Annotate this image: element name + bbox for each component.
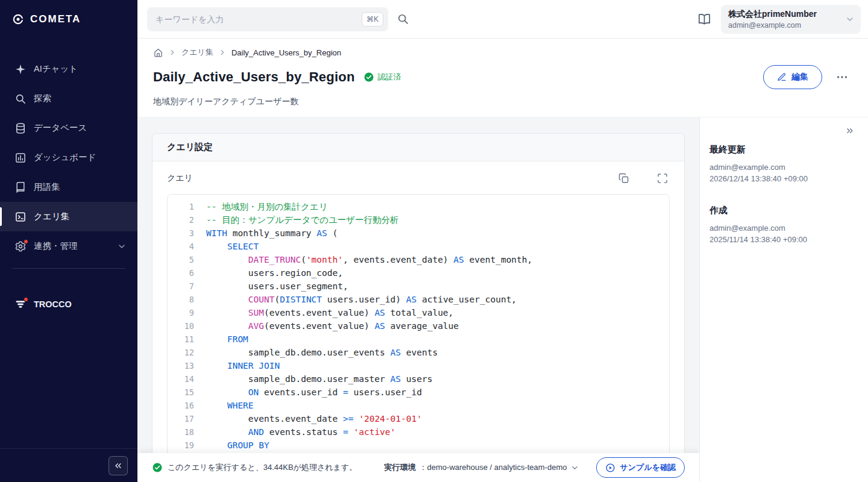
toolbar-icons [617, 171, 670, 186]
code-line: 10 AVG(events.event_value) AS average_va… [168, 319, 669, 333]
created-timestamp: 2025/11/14 13:38:40 +09:00 [709, 234, 856, 245]
edit-button[interactable]: 編集 [763, 65, 822, 89]
chevron-right-icon [218, 48, 227, 57]
code-line: 2-- 目的：サンプルデータでのユーザー行動分析 [168, 213, 669, 227]
chevrons-left-icon [113, 461, 123, 471]
created-label: 作成 [709, 205, 856, 216]
page-title: Daily_Active_Users_by_Region [153, 69, 355, 85]
account-selector[interactable]: 株式会社primeNumber admin@example.com [721, 5, 861, 34]
code-lines: 1-- 地域別・月別の集計クエリ2-- 目的：サンプルデータでのユーザー行動分析… [168, 200, 669, 452]
sidebar-item-queries[interactable]: クエリ集 [0, 202, 137, 231]
sidebar-nav: AIチャット 探索 データベース ダッシュボード [0, 39, 137, 319]
execution-environment-selector[interactable]: 実行環境 ：demo-warehouse / analytics-team-de… [385, 462, 580, 473]
more-options-icon[interactable] [833, 68, 851, 86]
sidebar-item-explore[interactable]: 探索 [0, 84, 137, 113]
check-sample-button[interactable]: サンプルを確認 [596, 457, 685, 478]
execution-footer-bar: このクエリを実行すると、34.44KBが処理されます。 実行環境 ：demo-w… [137, 453, 699, 482]
process-size-message: このクエリを実行すると、34.44KBが処理されます。 [152, 462, 357, 473]
search-icon [14, 93, 27, 105]
book-icon [14, 181, 27, 193]
code-line: 12 sample_db.demo.user_events AS events [168, 346, 669, 359]
panel-collapse-button[interactable] [845, 126, 855, 136]
sidebar-footer [0, 448, 137, 482]
sidebar-item-integrations[interactable]: 連携・管理 [0, 231, 137, 261]
chevron-down-icon [117, 242, 127, 251]
catalog-book-icon[interactable] [697, 12, 711, 26]
breadcrumb-current: Daily_Active_Users_by_Region [231, 48, 341, 57]
sidebar-item-label: AIチャット [34, 63, 78, 75]
sidebar-item-label: 探索 [34, 93, 51, 104]
account-org-name: 株式会社primeNumber [728, 9, 843, 20]
code-line: 5 DATE_TRUNC('month', events.event_date)… [168, 253, 669, 266]
page-subtitle: 地域別デイリーアクティブユーザー数 [153, 96, 851, 107]
topbar-right: 株式会社primeNumber admin@example.com [697, 5, 861, 34]
code-line: 15 ON events.user_id = users.user_id [168, 386, 669, 399]
sidebar-item-label: 用語集 [34, 181, 60, 193]
sidebar-item-ai-chat[interactable]: AIチャット [0, 54, 137, 84]
database-icon [14, 122, 27, 134]
code-line: 13 INNER JOIN [168, 359, 669, 372]
home-icon[interactable] [153, 48, 163, 58]
code-line: 9 SUM(events.event_value) AS total_value… [168, 306, 669, 319]
chevron-right-icon [168, 48, 177, 57]
code-line: 7 users.user_segment, [168, 280, 669, 293]
cometa-logo-icon [12, 13, 24, 25]
code-line: 6 users.region_code, [168, 266, 669, 280]
card-body: クエリ 1-- 地域別・月別の集計クエリ2-- [153, 161, 684, 472]
trocco-logo-icon [14, 298, 27, 310]
sql-code-editor[interactable]: 1-- 地域別・月別の集計クエリ2-- 目的：サンプルデータでのユーザー行動分析… [167, 194, 670, 458]
verified-badge: 認証済 [363, 72, 401, 83]
code-line: 14 sample_db.demo.user_master AS users [168, 372, 669, 386]
app-root: COMETA AIチャット 探索 データベース [0, 0, 868, 482]
env-value: ：demo-warehouse / analytics-team-demo [420, 462, 567, 473]
search-icon[interactable] [397, 13, 409, 25]
sidebar-item-glossary[interactable]: 用語集 [0, 172, 137, 202]
created-group: 作成 admin@example.com 2025/11/14 13:38:40… [709, 205, 856, 245]
top-header: ⌘K 株式会社primeNumber admin@example.com [137, 0, 868, 39]
code-line: 11 FROM [168, 333, 669, 346]
title-actions: 編集 [763, 65, 851, 89]
sidebar-divider [12, 268, 125, 269]
sparkle-icon [14, 63, 27, 75]
sidebar: COMETA AIチャット 探索 データベース [0, 0, 137, 482]
page-header: クエリ集 Daily_Active_Users_by_Region Daily_… [137, 39, 868, 117]
fullscreen-icon[interactable] [655, 171, 670, 186]
query-settings-card: クエリ設定 クエリ [152, 133, 685, 473]
check-circle-icon [363, 72, 374, 83]
edit-button-label: 編集 [791, 72, 808, 83]
env-label: 実行環境 [385, 462, 416, 473]
play-circle-icon [605, 463, 615, 473]
copy-icon[interactable] [617, 171, 631, 186]
breadcrumb: クエリ集 Daily_Active_Users_by_Region [153, 47, 851, 58]
code-line: 8 COUNT(DISTINCT users.user_id) AS activ… [168, 293, 669, 306]
chevrons-right-icon [845, 126, 855, 136]
card-title: クエリ設定 [153, 134, 684, 161]
last-updated-timestamp: 2026/12/14 13:38:40 +09:00 [709, 174, 856, 184]
title-row: Daily_Active_Users_by_Region 認証済 編集 [153, 65, 851, 89]
keyboard-shortcut-badge: ⌘K [362, 12, 383, 27]
last-updated-email: admin@example.com [709, 162, 856, 173]
logo-text: COMETA [30, 13, 81, 25]
last-updated-label: 最終更新 [709, 144, 856, 155]
app-logo[interactable]: COMETA [0, 0, 137, 39]
search-input[interactable] [147, 7, 388, 31]
last-updated-group: 最終更新 admin@example.com 2026/12/14 13:38:… [709, 144, 856, 184]
global-search: ⌘K [147, 7, 388, 31]
account-email: admin@example.com [728, 21, 843, 30]
code-line: 16 WHERE [168, 399, 669, 412]
sidebar-item-trocco[interactable]: TROCCO [0, 289, 137, 319]
code-line: 3WITH monthly_summary AS ( [168, 227, 669, 240]
sidebar-item-label: データベース [34, 122, 87, 134]
sidebar-item-label: 連携・管理 [34, 240, 78, 252]
code-line: 18 AND events.status = 'active' [168, 425, 669, 439]
verified-label: 認証済 [378, 72, 401, 83]
trocco-red-dot [24, 297, 28, 302]
sidebar-item-database[interactable]: データベース [0, 113, 137, 143]
main-content: クエリ設定 クエリ [137, 117, 699, 482]
breadcrumb-queries[interactable]: クエリ集 [181, 47, 213, 58]
created-email: admin@example.com [709, 223, 856, 234]
code-line: 19 GROUP BY [168, 439, 669, 452]
sidebar-item-label: クエリ集 [34, 211, 69, 222]
sidebar-collapse-button[interactable] [108, 456, 128, 475]
sidebar-item-dashboard[interactable]: ダッシュボード [0, 143, 137, 172]
